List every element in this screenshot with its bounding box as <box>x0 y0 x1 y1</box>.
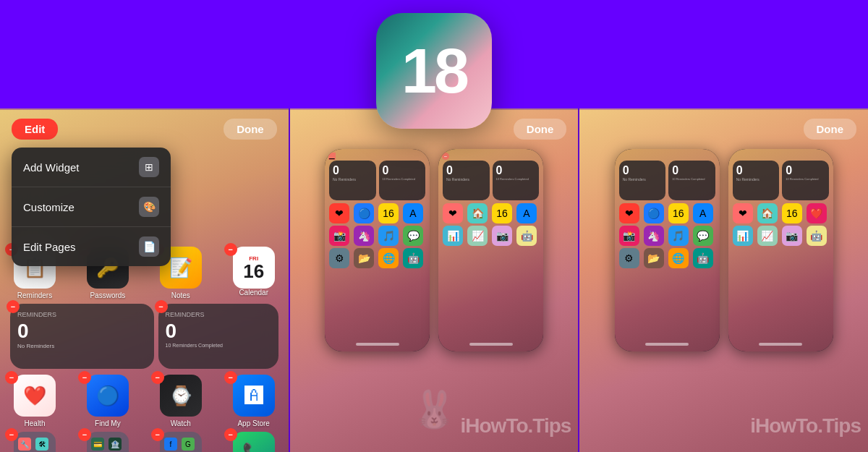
watermark-screen3: iHowTo.Tips <box>750 414 861 438</box>
findmy-icon: 🔵 <box>87 375 129 417</box>
health-label: Health <box>25 419 46 427</box>
mini-widget-1: 0 No Reminders <box>329 161 376 200</box>
mini-content-left: 0 No Reminders 0 10 Reminders Completed … <box>329 161 425 268</box>
edit-pages-menu-item[interactable]: Edit Pages 📄 <box>12 227 171 266</box>
mini-app-r1: ❤ <box>443 203 463 223</box>
remove-badge-dev[interactable]: − <box>5 428 18 441</box>
app-watch[interactable]: − ⌚ Watch <box>155 375 207 427</box>
mini-app-9: ⚙ <box>329 248 349 268</box>
remove-badge-calendar[interactable]: − <box>224 243 237 256</box>
done-button-2[interactable]: Done <box>514 119 567 140</box>
mini-app-8: 💬 <box>403 226 423 246</box>
mini-widget-s3-r2: 0 10 Reminders Completed <box>782 161 829 200</box>
app-health[interactable]: − ❤️ Health <box>9 375 61 427</box>
mini-app-1: ❤ <box>329 203 349 223</box>
widgets-row: − REMINDERS 0 No Reminders − REMINDERS 0… <box>7 304 281 369</box>
app-calendar[interactable]: − FRI 16 Calendar <box>228 247 280 299</box>
remove-badge-watch[interactable]: − <box>151 371 164 384</box>
home-indicator-right <box>469 343 513 346</box>
mini-remove-dot-right: − <box>442 153 449 160</box>
done-button-3[interactable]: Done <box>804 119 857 140</box>
customize-label: Customize <box>23 201 75 213</box>
widget-reminders-sub: No Reminders <box>17 343 147 349</box>
mini-app-r6: 📈 <box>467 226 488 246</box>
customize-icon: 🎨 <box>139 197 159 217</box>
remove-badge-findmy[interactable]: − <box>78 371 91 384</box>
s3-r-app-6: 📈 <box>757 226 778 246</box>
screen1: Edit Done Add Widget ⊞ Customize 🎨 Edit … <box>0 108 289 452</box>
mini-widgets: 0 No Reminders 0 10 Reminders Completed <box>329 161 425 200</box>
mini-app-r7: 📷 <box>492 226 512 246</box>
widget-reminders2-sub: 10 Reminders Completed <box>166 343 271 348</box>
s3-app-11: 🌐 <box>668 248 689 268</box>
remove-badge-social[interactable]: − <box>151 428 164 441</box>
mini-phone-screen3-right: 0 No Reminders 0 10 Reminders Completed … <box>728 149 833 351</box>
watermark-screen2: iHowTo.Tips <box>461 414 571 438</box>
mini-screen-right: − 0 No Reminders 0 10 Reminders Complete… <box>438 149 543 351</box>
widget-reminders-count: 0 <box>17 320 147 343</box>
mini-phones-screen3: 0 No Reminders 0 10 Reminders Completed … <box>579 145 868 355</box>
s3-r-app-8: 🤖 <box>807 226 827 246</box>
s3-r-app-7: 📷 <box>782 226 802 246</box>
mini-app-2: 🔵 <box>354 203 374 223</box>
app-dev[interactable]: − 🔧 🛠 💻 ⚙️ 1 .dev <box>9 432 61 452</box>
passwords-label: Passwords <box>90 291 125 299</box>
s3-r-app-5: 📊 <box>733 226 753 246</box>
app-whatsapp[interactable]: − 📞 WhatsApp <box>228 432 280 452</box>
s3-app-5: 📸 <box>619 226 639 246</box>
mini-apps-s3-right: ❤ 🏠 16 ❤️ 📊 📈 📷 🤖 <box>733 203 829 246</box>
customize-menu-item[interactable]: Customize 🎨 <box>12 187 171 227</box>
mini-widget-2: 0 10 Reminders Completed <box>379 161 426 200</box>
mini-content-s3-right: 0 No Reminders 0 10 Reminders Completed … <box>733 161 829 246</box>
calendar-label: Calendar <box>239 289 268 297</box>
mini-app-r5: 📊 <box>443 226 463 246</box>
mini-screen-s3-right: 0 No Reminders 0 10 Reminders Completed … <box>728 149 833 351</box>
mini-phone-screen3-left: 0 No Reminders 0 10 Reminders Completed … <box>615 149 720 351</box>
social-folder-icon: f G 📸 in <box>160 432 202 452</box>
appstore-icon: 🅰 <box>233 375 275 417</box>
screen3: Done 0 No Reminders 0 10 Reminde <box>579 108 868 452</box>
mini-widget-right-1: 0 No Reminders <box>443 161 490 200</box>
mini-phone-left: − 0 No Reminders 0 10 Reminders Complete… <box>325 149 430 351</box>
health-icon: ❤️ <box>14 375 56 417</box>
remove-badge-whatsapp[interactable]: − <box>224 428 237 441</box>
mini-app-r3: 16 <box>492 203 512 223</box>
dev-folder-icon: 🔧 🛠 💻 ⚙️ <box>14 432 56 452</box>
edit-button[interactable]: Edit <box>12 119 58 140</box>
widget-reminders2-title: REMINDERS <box>166 311 271 318</box>
app-social[interactable]: − f G 📸 in 9 .social <box>155 432 207 452</box>
mini-widgets-right: 0 No Reminders 0 10 Reminders Completed <box>443 161 539 200</box>
mini-apps-s3-left: ❤ 🔵 16 A 📸 🦄 🎵 💬 <box>619 203 715 246</box>
mini-remove-dot: − <box>328 153 336 160</box>
remove-badge-appstore[interactable]: − <box>224 371 237 384</box>
add-widget-menu-item[interactable]: Add Widget ⊞ <box>12 148 171 187</box>
s3-app-9: ⚙ <box>619 248 639 268</box>
remove-badge-widget2[interactable]: − <box>155 300 168 313</box>
s3-app-3: 16 <box>668 203 689 223</box>
remove-badge-widget1[interactable]: − <box>7 300 20 313</box>
widget-reminders-2[interactable]: − REMINDERS 0 10 Reminders Completed <box>158 304 278 369</box>
s3-r-app-2: 🏠 <box>757 203 778 223</box>
mini-widget-s3-2: 0 10 Reminders Completed <box>668 161 715 200</box>
remove-badge-bank[interactable]: − <box>78 428 91 441</box>
appstore-label: App Store <box>237 419 269 427</box>
mascot-screen2: 🐰 <box>412 388 456 430</box>
calendar-widget: FRI 16 <box>233 247 275 289</box>
bottom-apps-row: − 🔧 🛠 💻 ⚙️ 1 .dev − 💳 <box>7 432 281 452</box>
s3-app-12: 🤖 <box>693 248 713 268</box>
mini-phones-screen2: − 0 No Reminders 0 10 Reminders Complete… <box>290 145 579 355</box>
mini-apps-grid-2: ⚙ 📂 🌐 🤖 <box>329 248 425 268</box>
mini-app-11: 🌐 <box>378 248 399 268</box>
mini-widgets-s3-right: 0 No Reminders 0 10 Reminders Completed <box>733 161 829 200</box>
remove-badge-health[interactable]: − <box>5 371 18 384</box>
widget-reminders[interactable]: − REMINDERS 0 No Reminders <box>10 304 154 369</box>
home-indicator-s3-right <box>759 343 802 346</box>
mini-app-7: 🎵 <box>378 226 399 246</box>
done-button-1[interactable]: Done <box>224 119 277 140</box>
s3-r-app-1: ❤ <box>733 203 753 223</box>
edit-pages-icon: 📄 <box>139 236 159 257</box>
app-findmy[interactable]: − 🔵 Find My <box>82 375 134 427</box>
app-appstore[interactable]: − 🅰 App Store <box>228 375 280 427</box>
app-bank[interactable]: − 💳 🏦 💰 💵 .bank <box>82 432 134 452</box>
calendar-date: 16 <box>243 262 264 281</box>
